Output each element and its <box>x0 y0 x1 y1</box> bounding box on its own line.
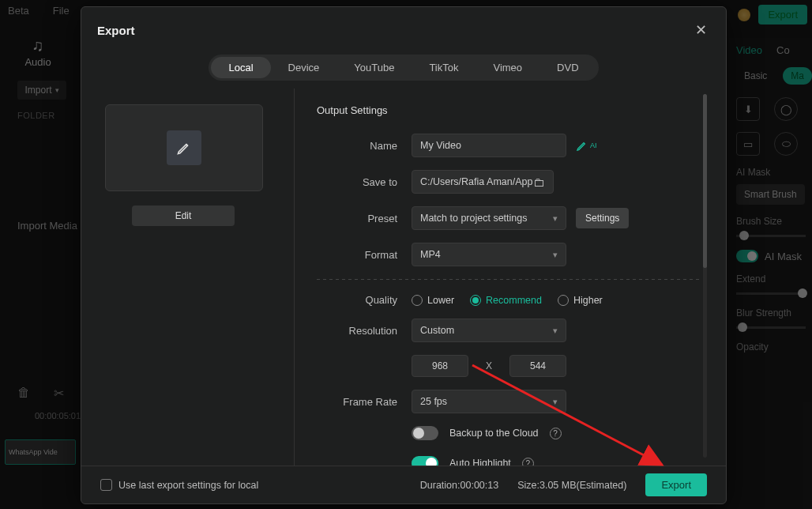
auto-highlight-toggle[interactable] <box>412 456 438 466</box>
chevron-down-icon: ▾ <box>553 397 558 407</box>
tab-dvd[interactable]: DVD <box>539 57 596 78</box>
quality-recommend-radio[interactable]: Recommend <box>470 295 542 306</box>
backup-cloud-label: Backup to the Cloud <box>449 428 539 439</box>
frame-rate-select[interactable]: 25 fps ▾ <box>412 390 566 413</box>
use-last-settings-checkbox[interactable]: Use last export settings for local <box>100 479 258 491</box>
dialog-title: Export <box>97 24 135 37</box>
backup-cloud-toggle[interactable] <box>412 426 438 440</box>
chevron-down-icon: ▾ <box>553 250 558 260</box>
save-to-value: C:/Users/Rafia Aman/AppData <box>420 176 533 187</box>
preset-value: Match to project settings <box>420 213 527 224</box>
frame-rate-value: 25 fps <box>420 396 447 407</box>
resolution-label: Resolution <box>317 325 412 337</box>
folder-icon[interactable]: 🗀 <box>533 175 545 189</box>
scrollbar-thumb[interactable] <box>703 94 707 268</box>
resolution-select[interactable]: Custom ▾ <box>412 319 566 342</box>
quality-lower-label: Lower <box>427 295 454 306</box>
tab-vimeo[interactable]: Vimeo <box>476 57 539 78</box>
frame-rate-label: Frame Rate <box>317 396 412 408</box>
name-label: Name <box>317 140 412 152</box>
pencil-icon <box>167 130 201 165</box>
quality-higher-label: Higher <box>573 295 603 306</box>
scrollbar[interactable] <box>703 94 707 458</box>
preset-select[interactable]: Match to project settings ▾ <box>412 206 566 230</box>
duration-info: Duration:00:00:13 <box>420 480 498 491</box>
tab-device[interactable]: Device <box>271 57 337 78</box>
chevron-down-icon: ▾ <box>553 326 558 336</box>
resolution-value: Custom <box>420 325 454 336</box>
tab-tiktok[interactable]: TikTok <box>412 57 476 78</box>
settings-button[interactable]: Settings <box>576 208 629 228</box>
format-value: MP4 <box>420 249 441 260</box>
help-icon[interactable]: ? <box>550 428 562 439</box>
quality-higher-radio[interactable]: Higher <box>558 295 603 306</box>
tab-youtube[interactable]: YouTube <box>336 57 412 78</box>
preview-thumbnail <box>105 104 263 191</box>
save-to-field[interactable]: C:/Users/Rafia Aman/AppData 🗀 <box>412 170 554 194</box>
help-icon[interactable]: ? <box>522 458 534 466</box>
width-input[interactable] <box>412 355 468 377</box>
export-button[interactable]: Export <box>645 473 707 496</box>
auto-highlight-label: Auto Highlight <box>449 458 511 466</box>
format-select[interactable]: MP4 ▾ <box>412 243 566 266</box>
save-to-label: Save to <box>317 176 412 188</box>
dimension-separator: X <box>486 360 492 371</box>
size-info: Size:3.05 MB(Estimated) <box>517 480 626 491</box>
tab-local[interactable]: Local <box>211 57 270 78</box>
edit-button[interactable]: Edit <box>132 205 235 226</box>
height-input[interactable] <box>509 355 566 377</box>
quality-lower-radio[interactable]: Lower <box>412 295 454 306</box>
export-target-tabs: Local Device YouTube TikTok Vimeo DVD <box>209 55 598 81</box>
format-label: Format <box>317 249 412 261</box>
preset-label: Preset <box>317 213 412 224</box>
export-dialog: Export ✕ Local Device YouTube TikTok Vim… <box>81 6 727 504</box>
name-input[interactable] <box>412 134 566 157</box>
checkbox-icon <box>100 479 112 491</box>
quality-recommend-label: Recommend <box>486 295 542 306</box>
use-last-settings-label: Use last export settings for local <box>118 480 258 491</box>
divider <box>317 279 701 280</box>
quality-label: Quality <box>317 294 412 306</box>
output-settings-header: Output Settings <box>317 104 701 116</box>
close-icon[interactable]: ✕ <box>692 18 710 42</box>
ai-rename-icon[interactable]: AI <box>576 139 597 152</box>
chevron-down-icon: ▾ <box>553 213 558 224</box>
